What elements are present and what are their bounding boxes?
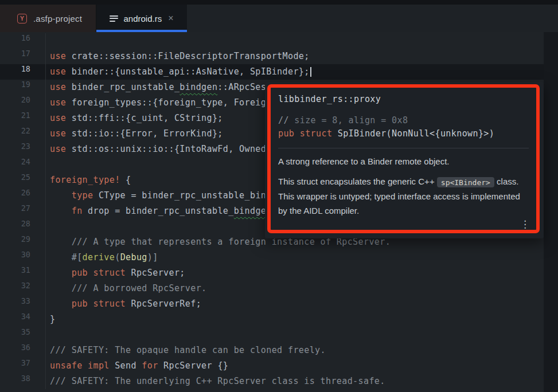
tab-bar: Y .asfp-project android.rs × (0, 5, 558, 32)
code-text: /// A borrowed RpcServer. (46, 281, 207, 296)
line-number[interactable]: 28 (0, 219, 46, 234)
line-number[interactable]: 34 (0, 312, 46, 327)
line-number[interactable]: 30 (0, 250, 46, 265)
code-text: foreign_type! { (46, 173, 131, 188)
code-text: use binder_rpc_unstable_bindgen::ARpcSes… (46, 80, 293, 95)
code-line[interactable]: 31 pub struct RpcServer; (0, 265, 544, 281)
code-text: unsafe impl Send for RpcServer {} (46, 358, 228, 374)
line-number[interactable]: 22 (0, 126, 46, 142)
code-text: use std::os::unix::io::{IntoRawFd, Owned… (46, 142, 288, 157)
scrollbar-track[interactable] (544, 32, 558, 392)
code-text (46, 327, 50, 343)
code-line[interactable]: 34} (0, 312, 544, 327)
code-line[interactable]: 37unsafe impl Send for RpcServer {} (0, 358, 544, 374)
line-number[interactable]: 21 (0, 111, 46, 126)
code-text: use std::io::{Error, ErrorKind}; (46, 126, 223, 142)
code-text: pub struct RpcServer; (46, 265, 185, 281)
doc-size-comment: // size = 8, align = 0x8 (278, 114, 529, 127)
code-line[interactable]: 30 #[derive(Debug)] (0, 250, 544, 265)
line-number[interactable]: 31 (0, 265, 46, 281)
line-number[interactable]: 35 (0, 327, 46, 343)
code-text: use std::ffi::{c_uint, CString}; (46, 111, 223, 126)
code-text: /// SAFETY: The opaque handle can be clo… (46, 343, 326, 358)
line-number[interactable]: 32 (0, 281, 46, 296)
hover-doc-popup: libbinder_rs::proxy // size = 8, align =… (265, 82, 544, 238)
code-line[interactable]: 32 /// A borrowed RpcServer. (0, 281, 544, 296)
code-line[interactable]: 18use binder::{unstable_api::AsNative, S… (0, 64, 544, 80)
line-number[interactable]: 20 (0, 95, 46, 111)
code-text: } (46, 312, 55, 327)
code-line[interactable]: 38/// SAFETY: The underlying C++ RpcServ… (0, 374, 544, 389)
hover-doc-content: libbinder_rs::proxy // size = 8, align =… (265, 82, 544, 226)
code-text (46, 157, 50, 173)
line-number[interactable]: 29 (0, 234, 46, 250)
doc-module-path: libbinder_rs::proxy (278, 94, 529, 104)
line-number[interactable]: 16 (0, 33, 46, 49)
doc-summary: A strong reference to a Binder remote ob… (278, 155, 529, 168)
project-filetype-icon: Y (17, 14, 27, 23)
code-text: use binder::{unstable_api::AsNative, SpI… (46, 64, 311, 80)
code-line[interactable]: 16 (0, 33, 544, 49)
inline-code-chip: sp<IBinder> (437, 177, 494, 187)
code-text: #[derive(Debug)] (46, 250, 158, 265)
tab-android-rs[interactable]: android.rs × (96, 5, 187, 32)
code-text: pub struct RpcServerRef; (46, 296, 201, 312)
doc-description: This struct encapsulates the generic C++… (278, 174, 529, 218)
code-line[interactable]: 35 (0, 327, 544, 343)
line-number[interactable]: 23 (0, 142, 46, 157)
line-number[interactable]: 37 (0, 358, 46, 374)
line-number[interactable]: 33 (0, 296, 46, 312)
tab-project[interactable]: Y .asfp-project (0, 5, 96, 32)
code-text: use crate::session::FileDescriptorTransp… (46, 49, 310, 64)
code-line[interactable]: 33 pub struct RpcServerRef; (0, 296, 544, 312)
project-tab-label: .asfp-project (33, 14, 82, 23)
popup-divider (278, 148, 529, 148)
text-cursor (310, 67, 312, 77)
line-number[interactable]: 19 (0, 80, 46, 95)
window-top-strip (0, 0, 558, 5)
line-number[interactable]: 24 (0, 157, 46, 173)
code-editor: 1617use crate::session::FileDescriptorTr… (0, 32, 558, 392)
file-tab-label: android.rs (123, 14, 162, 23)
line-number[interactable]: 38 (0, 374, 46, 389)
line-number[interactable]: 27 (0, 203, 46, 219)
file-lines-icon (110, 15, 118, 22)
line-number[interactable]: 25 (0, 173, 46, 188)
code-line[interactable]: 17use crate::session::FileDescriptorTran… (0, 49, 544, 64)
close-tab-icon[interactable]: × (168, 14, 173, 23)
code-text (46, 219, 50, 234)
line-number[interactable]: 36 (0, 343, 46, 358)
line-number[interactable]: 18 (0, 64, 46, 80)
tab-bar-filler (187, 5, 558, 32)
doc-struct-signature: pub struct SpIBinder(NonNull<{unknown}>) (278, 127, 529, 140)
code-text (46, 33, 50, 49)
popup-more-menu-icon[interactable]: ⋮ (520, 219, 530, 229)
code-line[interactable]: 36/// SAFETY: The opaque handle can be c… (0, 343, 544, 358)
doc-signature: // size = 8, align = 0x8 pub struct SpIB… (278, 114, 529, 140)
line-number[interactable]: 26 (0, 188, 46, 203)
code-text: /// SAFETY: The underlying C++ RpcServer… (46, 374, 385, 389)
line-number[interactable]: 17 (0, 49, 46, 64)
